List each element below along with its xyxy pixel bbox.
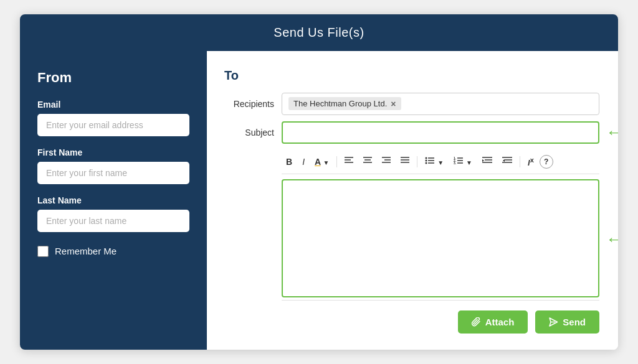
attach-icon bbox=[472, 317, 481, 327]
highlight-button[interactable]: A ▼ bbox=[310, 154, 333, 169]
first-name-label: First Name bbox=[37, 147, 189, 157]
italic-button[interactable]: I bbox=[298, 154, 309, 169]
align-left-button[interactable] bbox=[340, 154, 358, 169]
editor-toolbar: B I A ▼ bbox=[282, 150, 599, 174]
message-editor[interactable] bbox=[282, 179, 599, 297]
recipients-field[interactable]: The Hechtman Group Ltd. × bbox=[282, 93, 599, 115]
send-icon bbox=[549, 317, 558, 327]
svg-point-13 bbox=[426, 160, 427, 162]
first-name-input[interactable] bbox=[37, 162, 189, 184]
numbered-list-button[interactable]: 1.2.3. ▼ bbox=[449, 154, 477, 169]
svg-marker-27 bbox=[482, 159, 484, 162]
help-button[interactable]: ? bbox=[540, 155, 553, 169]
clear-format-button[interactable]: Ix bbox=[523, 154, 538, 170]
recipients-label: Recipients bbox=[224, 99, 274, 109]
toolbar-sep-1 bbox=[336, 156, 337, 167]
subject-label: Subject bbox=[224, 128, 274, 138]
to-title: To bbox=[224, 68, 599, 83]
outdent-button[interactable] bbox=[498, 154, 517, 169]
send-label: Send bbox=[563, 317, 586, 327]
attach-button[interactable]: Attach bbox=[458, 310, 528, 334]
recipient-tag: The Hechtman Group Ltd. × bbox=[288, 97, 401, 110]
bullet-list-button[interactable]: ▼ bbox=[421, 154, 448, 169]
svg-text:3.: 3. bbox=[454, 161, 457, 165]
recipients-row: Recipients The Hechtman Group Ltd. × bbox=[224, 93, 599, 115]
page-body: From Email First Name Last Name Remember… bbox=[20, 51, 618, 350]
subject-row: Subject ← bbox=[224, 121, 599, 144]
remember-me-container[interactable]: Remember Me bbox=[37, 246, 189, 257]
indent-button[interactable] bbox=[478, 154, 497, 169]
svg-point-12 bbox=[426, 157, 427, 159]
page-header: Send Us File(s) bbox=[20, 14, 618, 51]
subject-arrow-icon: ← bbox=[606, 123, 618, 142]
email-input[interactable] bbox=[37, 114, 189, 136]
remove-recipient-button[interactable]: × bbox=[391, 100, 396, 108]
from-panel: From Email First Name Last Name Remember… bbox=[20, 51, 207, 350]
subject-input[interactable] bbox=[282, 121, 599, 144]
align-justify-button[interactable] bbox=[396, 154, 414, 169]
subject-wrapper: ← bbox=[282, 121, 599, 144]
send-button[interactable]: Send bbox=[535, 310, 599, 334]
last-name-label: Last Name bbox=[37, 195, 189, 205]
svg-marker-31 bbox=[503, 159, 505, 162]
last-name-input[interactable] bbox=[37, 210, 189, 232]
main-window: Send Us File(s) From Email First Name La… bbox=[20, 14, 618, 350]
svg-point-14 bbox=[426, 162, 427, 164]
align-center-button[interactable] bbox=[359, 154, 376, 169]
remember-me-label: Remember Me bbox=[55, 246, 117, 256]
editor-wrapper: ← bbox=[282, 179, 599, 300]
toolbar-sep-3 bbox=[520, 156, 520, 167]
align-right-button[interactable] bbox=[378, 154, 395, 169]
email-label: Email bbox=[37, 100, 189, 110]
editor-arrow-icon: ← bbox=[606, 230, 618, 250]
page-title: Send Us File(s) bbox=[274, 26, 364, 39]
attach-label: Attach bbox=[485, 317, 515, 327]
remember-me-checkbox[interactable] bbox=[37, 246, 49, 257]
recipient-name: The Hechtman Group Ltd. bbox=[293, 99, 387, 108]
to-panel: To Recipients The Hechtman Group Ltd. × … bbox=[207, 51, 618, 350]
bold-button[interactable]: B bbox=[282, 154, 297, 169]
from-title: From bbox=[37, 70, 189, 86]
footer-actions: Attach Send bbox=[282, 300, 599, 337]
toolbar-sep-2 bbox=[417, 156, 417, 167]
